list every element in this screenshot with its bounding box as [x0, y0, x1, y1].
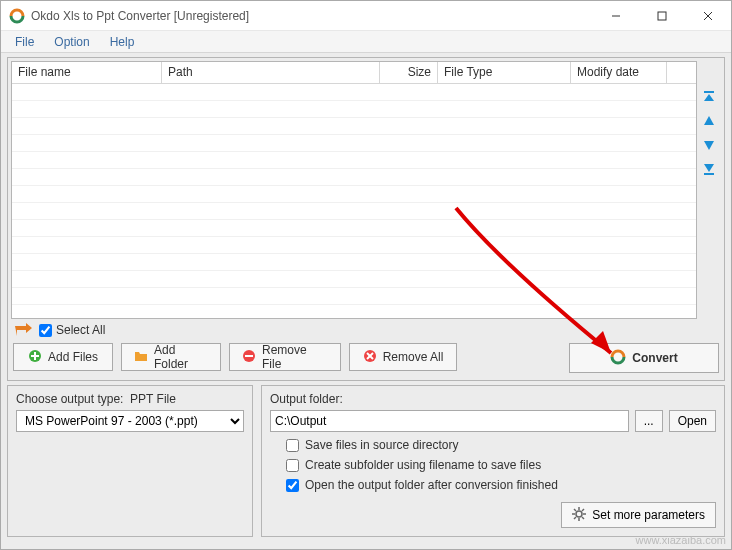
move-bottom-button[interactable]	[699, 159, 719, 179]
minus-icon	[242, 349, 256, 366]
close-button[interactable]	[685, 1, 731, 31]
set-more-parameters-button[interactable]: Set more parameters	[561, 502, 716, 528]
output-type-group: Choose output type: PPT File MS PowerPoi…	[7, 385, 253, 537]
remove-all-button[interactable]: Remove All	[349, 343, 457, 371]
output-folder-label: Output folder:	[270, 392, 716, 406]
titlebar: Okdo Xls to Ppt Converter [Unregistered]	[1, 1, 731, 31]
move-up-button[interactable]	[699, 111, 719, 131]
svg-rect-1	[658, 12, 666, 20]
menu-option[interactable]: Option	[44, 33, 99, 51]
output-type-value: PPT File	[130, 392, 176, 406]
browse-button[interactable]: ...	[635, 410, 663, 432]
maximize-button[interactable]	[639, 1, 685, 31]
col-filetype[interactable]: File Type	[438, 62, 571, 83]
back-up-icon[interactable]	[15, 323, 33, 337]
output-type-label: Choose output type:	[16, 392, 123, 406]
output-folder-group: Output folder: ... Open Save files in so…	[261, 385, 725, 537]
remove-file-button[interactable]: Remove File	[229, 343, 341, 371]
file-list-headers: File name Path Size File Type Modify dat…	[12, 62, 696, 84]
add-files-button[interactable]: Add Files	[13, 343, 113, 371]
col-filename[interactable]: File name	[12, 62, 162, 83]
output-folder-input[interactable]	[270, 410, 629, 432]
watermark: www.xiazaiba.com	[636, 534, 726, 546]
create-subfolder-checkbox[interactable]: Create subfolder using filename to save …	[286, 458, 716, 472]
app-icon	[9, 8, 25, 24]
minimize-button[interactable]	[593, 1, 639, 31]
open-after-checkbox[interactable]: Open the output folder after conversion …	[286, 478, 716, 492]
menu-help[interactable]: Help	[100, 33, 145, 51]
convert-button[interactable]: Convert	[569, 343, 719, 373]
select-all-checkbox[interactable]: Select All	[39, 323, 105, 337]
output-type-select[interactable]: MS PowerPoint 97 - 2003 (*.ppt)	[16, 410, 244, 432]
order-buttons	[697, 61, 721, 319]
menubar: File Option Help	[1, 31, 731, 53]
svg-line-20	[582, 517, 584, 519]
select-all-input[interactable]	[39, 324, 52, 337]
col-path[interactable]: Path	[162, 62, 380, 83]
add-folder-button[interactable]: Add Folder	[121, 343, 221, 371]
convert-icon	[610, 349, 626, 368]
move-down-button[interactable]	[699, 135, 719, 155]
file-list[interactable]: File name Path Size File Type Modify dat…	[11, 61, 697, 319]
col-spacer	[667, 62, 696, 83]
save-in-source-checkbox[interactable]: Save files in source directory	[286, 438, 716, 452]
folder-icon	[134, 349, 148, 366]
svg-line-22	[574, 517, 576, 519]
svg-line-19	[574, 509, 576, 511]
col-size[interactable]: Size	[380, 62, 438, 83]
window-controls	[593, 1, 731, 31]
x-icon	[363, 349, 377, 366]
window-title: Okdo Xls to Ppt Converter [Unregistered]	[31, 9, 593, 23]
gear-icon	[572, 507, 586, 524]
svg-point-14	[576, 511, 582, 517]
plus-icon	[28, 349, 42, 366]
svg-line-21	[582, 509, 584, 511]
select-all-label: Select All	[56, 323, 105, 337]
col-modify[interactable]: Modify date	[571, 62, 667, 83]
move-top-button[interactable]	[699, 87, 719, 107]
menu-file[interactable]: File	[5, 33, 44, 51]
file-list-rows	[12, 84, 696, 318]
open-folder-button[interactable]: Open	[669, 410, 716, 432]
